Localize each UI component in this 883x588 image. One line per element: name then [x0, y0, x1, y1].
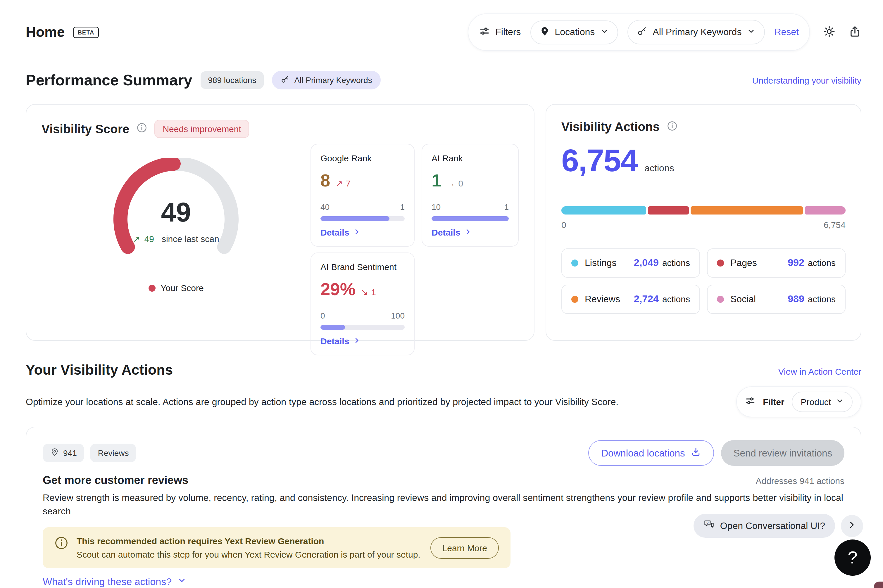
your-score-dot [148, 284, 155, 291]
visibility-actions-card: Visibility Actions 6,754 actions 0 6,754 [545, 104, 861, 341]
section-description: Optimize your locations at scale. Action… [26, 397, 619, 407]
performance-summary-title: Performance Summary [26, 71, 192, 89]
chevron-right-icon [353, 336, 361, 346]
ai-rank-card: AI Rank 1 → 0 10 1 [422, 144, 519, 247]
score-delta-value: 49 [144, 234, 154, 244]
range-start: 40 [320, 202, 329, 212]
keywords-select[interactable]: All Primary Keywords [628, 20, 765, 44]
range-end: 1 [400, 202, 405, 212]
actions-filter-widget: Filter Product [736, 386, 861, 417]
chevron-down-icon [177, 576, 186, 588]
info-icon[interactable] [136, 122, 147, 136]
open-conversational-ui-button[interactable]: ? Open Conversational UI? [694, 514, 835, 538]
requirement-notice: This recommended action requires Yext Re… [43, 528, 511, 568]
next-action-button[interactable] [841, 514, 863, 537]
visibility-score-card: Visibility Score Needs improvement 49 [26, 104, 535, 341]
learn-more-button[interactable]: Learn More [431, 537, 499, 559]
category-pill: Reviews [90, 444, 137, 462]
legend-tile-social[interactable]: Social 989actions [707, 285, 845, 314]
chat-question-icon: ? [704, 519, 715, 532]
filter-label: Filter [763, 397, 784, 407]
keywords-label: All Primary Keywords [653, 27, 742, 38]
ai-rank-value: 1 [431, 171, 441, 190]
visibility-actions-title: Visibility Actions [562, 120, 659, 134]
notice-title: This recommended action requires Yext Re… [77, 536, 420, 546]
trend-down-icon: ↘ [361, 287, 368, 297]
score-legend: Your Score [148, 283, 204, 293]
total-actions-value: 6,754 [562, 142, 637, 178]
ai-brand-sentiment-value: 29% [320, 279, 356, 299]
bar-segment-listings [562, 206, 646, 214]
google-rank-value: 8 [320, 171, 330, 190]
your-score-label: Your Score [161, 283, 204, 293]
view-action-center-link[interactable]: View in Action Center [778, 366, 861, 376]
chevron-down-icon [747, 27, 755, 38]
ai-rank-details-link[interactable]: Details [431, 227, 509, 237]
ai-rank-title: AI Rank [431, 153, 509, 163]
keywords-filter-badge[interactable]: All Primary Keywords [272, 71, 381, 89]
needs-improvement-badge: Needs improvement [155, 120, 249, 138]
ai-brand-sentiment-delta: 1 [371, 287, 376, 297]
ai-brand-sentiment-title: AI Brand Sentiment [320, 262, 405, 272]
keywords-filter-label: All Primary Keywords [294, 75, 372, 85]
ai-brand-sentiment-progress [320, 325, 405, 330]
actions-stacked-bar [562, 206, 845, 214]
axis-min: 0 [562, 220, 566, 230]
filters-label: Filters [495, 27, 521, 38]
location-pin-icon [539, 26, 550, 38]
score-value: 49 [97, 196, 255, 228]
download-icon [691, 447, 701, 459]
trend-up-icon: ↗ [335, 178, 343, 189]
location-count-pill: 941 [43, 444, 84, 462]
google-rank-delta: 7 [346, 178, 351, 188]
key-icon [281, 75, 290, 86]
understanding-visibility-link[interactable]: Understanding your visibility [752, 75, 861, 85]
google-rank-details-link[interactable]: Details [320, 227, 405, 237]
notice-body: Scout can automate this step for you whe… [77, 550, 420, 560]
listings-dot [571, 260, 578, 267]
chevron-down-icon [836, 397, 844, 407]
locations-select[interactable]: Locations [530, 20, 618, 44]
info-icon[interactable] [667, 120, 678, 134]
ai-brand-sentiment-card: AI Brand Sentiment 29% ↘ 1 0 100 [311, 252, 414, 356]
top-bar: Home BETA Filters [26, 0, 861, 51]
chevron-down-icon [600, 27, 609, 38]
share-button[interactable] [848, 25, 861, 39]
beta-badge: BETA [73, 27, 99, 38]
review-action-card: 941 Reviews Download locations Send revi… [26, 427, 861, 588]
reset-link[interactable]: Reset [774, 27, 799, 38]
svg-text:?: ? [707, 521, 709, 525]
product-select[interactable]: Product [792, 392, 853, 412]
page-title: Home [26, 24, 65, 40]
action-heading: Get more customer reviews [43, 474, 188, 487]
bar-segment-reviews [691, 206, 803, 214]
filter-lines-icon [745, 395, 755, 408]
send-review-invitations-button[interactable]: Send review invitations [721, 440, 844, 466]
ai-brand-sentiment-details-link[interactable]: Details [320, 336, 405, 346]
total-actions-unit: actions [644, 163, 674, 174]
key-icon [637, 26, 647, 39]
ai-rank-progress [431, 216, 509, 221]
axis-max: 6,754 [824, 220, 845, 230]
reviews-dot [571, 296, 578, 303]
gear-icon [823, 25, 836, 39]
filters-button[interactable]: Filters [479, 26, 521, 39]
legend-tile-listings[interactable]: Listings 2,049actions [562, 248, 700, 278]
driving-actions-link[interactable]: What's driving these actions? [43, 576, 186, 588]
download-locations-button[interactable]: Download locations [588, 440, 714, 466]
legend-tile-reviews[interactable]: Reviews 2,724actions [562, 285, 700, 314]
help-button[interactable]: ? [835, 540, 871, 576]
score-gauge: 49 ↗ 49 since last scan [97, 158, 255, 269]
your-visibility-actions-title: Your Visibility Actions [26, 362, 173, 378]
range-end: 1 [504, 202, 509, 212]
settings-button[interactable] [823, 25, 836, 39]
visibility-score-title: Visibility Score [42, 122, 129, 136]
legend-tile-pages[interactable]: Pages 992actions [707, 248, 845, 278]
bar-segment-pages [648, 206, 689, 214]
arrow-right-icon: → [446, 178, 455, 188]
range-start: 0 [320, 311, 325, 320]
performance-summary-row: Performance Summary 989 locations All Pr… [26, 71, 861, 89]
range-end: 100 [391, 311, 405, 320]
chevron-right-icon [464, 227, 472, 237]
google-rank-title: Google Rank [320, 153, 405, 163]
